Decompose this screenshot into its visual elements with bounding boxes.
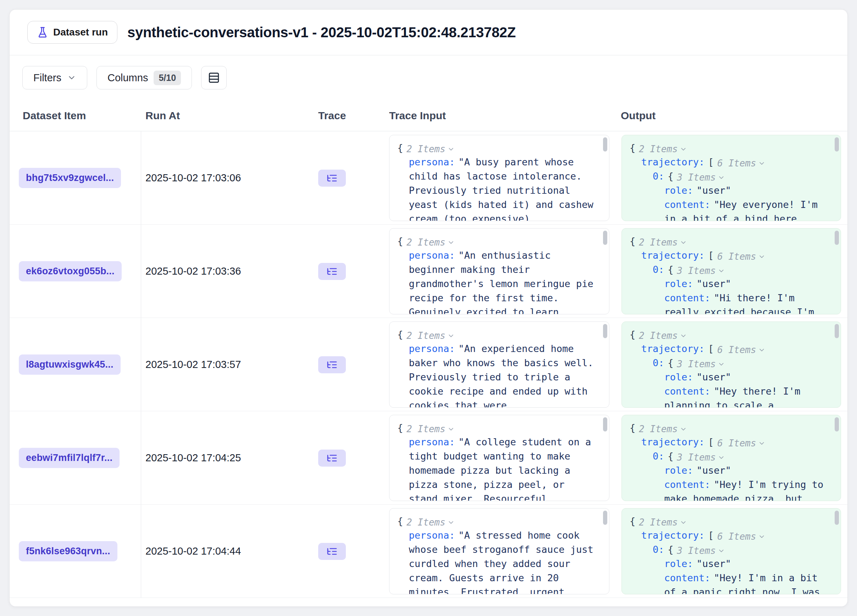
run-at-cell: 2025-10-02 17:04:25 [141,411,316,505]
scrollbar-thumb[interactable] [603,417,607,432]
collapse-toggle[interactable]: 2 Items [639,235,687,249]
collapse-toggle[interactable]: 3 Items [677,264,725,278]
collapse-toggle[interactable]: 3 Items [677,170,725,184]
chevron-down-icon [447,239,455,246]
chevron-down-icon [447,332,455,340]
output-viewer[interactable]: {2 Items trajectory:[6 Items 0:{3 Items … [622,508,841,594]
open-brace: { [397,142,403,153]
chevron-down-icon [718,454,725,461]
json-persona-line: persona:"An experienced home baker who k… [397,342,599,408]
dataset-item-cell: f5nk6lse963qrvn... [9,505,141,598]
json-root-line: {2 Items [397,421,599,435]
dataset-run-card: Dataset run synthetic-conversations-v1 -… [9,9,848,607]
collapse-toggle[interactable]: 2 Items [407,235,455,249]
trace-button[interactable] [318,356,346,373]
trace-button[interactable] [318,450,346,467]
dataset-item-link[interactable]: bhg7t5xv9zgwcel... [19,168,121,188]
collapse-toggle[interactable]: 2 Items [639,328,687,343]
collapse-toggle[interactable]: 2 Items [407,142,455,156]
dataset-item-link[interactable]: f5nk6lse963qrvn... [19,541,118,561]
json-content-line: content:"Hey! I'm in a bit of a panic ri… [630,571,830,594]
json-role-line: role:"user" [630,557,830,571]
output-viewer[interactable]: {2 Items trajectory:[6 Items 0:{3 Items … [622,135,841,221]
chevron-down-icon [758,160,766,167]
table-row: f5nk6lse963qrvn... 2025-10-02 17:04:44 {… [9,505,848,598]
trace-button[interactable] [318,543,346,560]
collapse-toggle[interactable]: 6 Items [717,436,766,450]
open-brace: { [668,544,673,555]
trace-button[interactable] [318,263,346,280]
output-viewer[interactable]: {2 Items trajectory:[6 Items 0:{3 Items … [622,228,841,314]
scrollbar-thumb[interactable] [603,324,607,338]
open-bracket: [ [708,250,714,261]
open-brace: { [668,358,673,368]
scrollbar-thumb[interactable] [835,231,839,245]
scrollbar-thumb[interactable] [603,231,607,245]
open-brace: { [397,422,403,433]
json-key-persona: persona: [409,343,455,354]
collapse-toggle[interactable]: 2 Items [639,422,687,436]
trace-input-cell: {2 Items persona:"A busy parent whose ch… [384,131,616,224]
trace-button[interactable] [318,170,346,187]
collapse-toggle[interactable]: 6 Items [717,343,766,357]
trace-input-viewer[interactable]: {2 Items persona:"A college student on a… [389,415,609,501]
json-key-persona: persona: [409,530,455,541]
collapse-toggle[interactable]: 6 Items [717,529,766,543]
dataset-item-link[interactable]: ek6oz6vtoxg055b... [19,261,122,282]
json-persona-line: persona:"A college student on a tight bu… [397,435,599,501]
output-cell: {2 Items trajectory:[6 Items 0:{3 Items … [616,131,848,224]
json-key-index: 0: [653,171,664,182]
json-root-line: {2 Items [630,328,830,342]
collapse-toggle[interactable]: 2 Items [407,422,455,436]
chevron-down-icon [680,239,687,246]
json-persona-line: persona:"An enthusiastic beginner making… [397,248,599,314]
json-key-content: content: [664,386,710,397]
scrollbar-thumb[interactable] [603,137,607,152]
collapse-toggle[interactable]: 2 Items [407,515,455,529]
json-role-line: role:"user" [630,183,830,198]
list-tree-icon [326,266,338,277]
dataset-item-link[interactable]: eebwi7mfil7lqlf7r... [19,448,119,468]
json-root-line: {2 Items [397,328,599,342]
output-viewer[interactable]: {2 Items trajectory:[6 Items 0:{3 Items … [622,415,841,501]
scrollbar-thumb[interactable] [603,511,607,525]
scrollbar-thumb[interactable] [835,324,839,338]
scrollbar-thumb[interactable] [835,417,839,432]
json-key-role: role: [664,558,693,569]
collapse-toggle[interactable]: 3 Items [677,450,725,464]
dataset-item-cell: eebwi7mfil7lqlf7r... [9,411,141,505]
column-header-dataset-item: Dataset Item [9,110,141,122]
json-root-line: {2 Items [397,514,599,528]
chevron-down-icon [758,253,766,260]
scrollbar-thumb[interactable] [835,511,839,525]
columns-button[interactable]: Columns 5/10 [96,66,192,90]
trace-input-viewer[interactable]: {2 Items persona:"A stressed home cook w… [389,508,609,594]
chevron-down-icon [447,519,455,526]
scrollbar-thumb[interactable] [835,137,839,152]
json-content-line: content:"Hey there! I'm planning to scal… [630,384,830,408]
output-viewer[interactable]: {2 Items trajectory:[6 Items 0:{3 Items … [622,322,841,408]
json-persona-line: persona:"A busy parent whose child has l… [397,155,599,221]
trace-input-viewer[interactable]: {2 Items persona:"An enthusiastic beginn… [389,228,609,314]
open-bracket: [ [708,156,714,167]
chevron-down-icon [718,547,725,555]
collapse-toggle[interactable]: 2 Items [639,142,687,156]
collapse-toggle[interactable]: 6 Items [717,249,766,264]
collapse-toggle[interactable]: 3 Items [677,357,725,371]
filters-button[interactable]: Filters [22,66,87,90]
collapse-toggle[interactable]: 2 Items [407,328,455,343]
trace-input-viewer[interactable]: {2 Items persona:"An experienced home ba… [389,322,609,408]
row-height-button[interactable] [201,66,227,90]
collapse-toggle[interactable]: 2 Items [639,515,687,529]
collapse-toggle[interactable]: 6 Items [717,156,766,170]
collapse-toggle[interactable]: 3 Items [677,543,725,558]
list-tree-icon [326,172,338,184]
json-trajectory-line: trajectory:[6 Items [630,528,830,543]
chevron-down-icon [680,426,687,433]
json-key-trajectory: trajectory: [641,530,705,541]
json-role-line: role:"user" [630,370,830,384]
output-cell: {2 Items trajectory:[6 Items 0:{3 Items … [616,505,848,598]
trace-input-viewer[interactable]: {2 Items persona:"A busy parent whose ch… [389,135,609,221]
columns-label: Columns [107,72,148,84]
dataset-item-link[interactable]: l8agtuwxisgwk45... [19,354,121,375]
